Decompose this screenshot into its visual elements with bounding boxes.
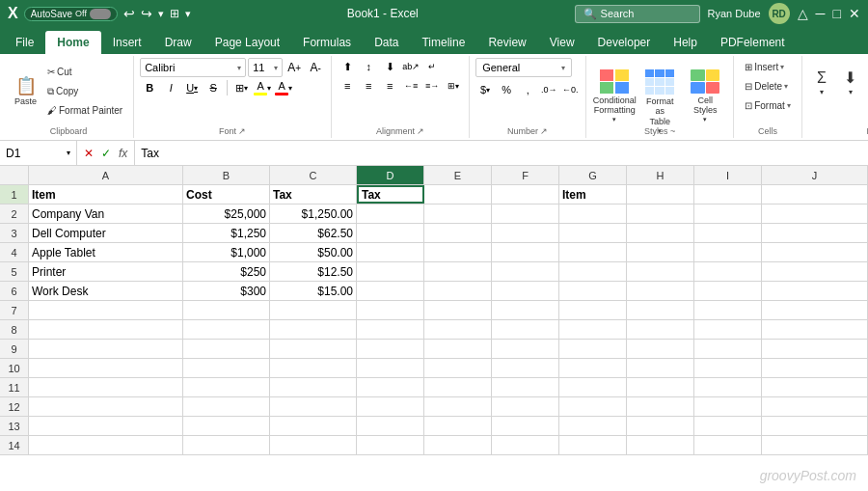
align-right-btn[interactable]: ≡ <box>380 77 399 95</box>
indent-inc-btn[interactable]: ≡→ <box>422 77 442 95</box>
tab-review[interactable]: Review <box>476 31 537 54</box>
col-header-e[interactable]: E <box>424 166 492 184</box>
delete-btn[interactable]: ⊟ Delete ▾ <box>740 77 796 95</box>
copy-button[interactable]: ⧉ Copy <box>42 83 127 100</box>
cell-e4[interactable] <box>424 243 492 261</box>
row-number-6[interactable]: 6 <box>0 282 29 300</box>
col-header-j[interactable]: J <box>762 166 868 184</box>
cell-f1[interactable] <box>492 185 559 204</box>
cell-b6[interactable]: $300 <box>183 282 270 300</box>
cell-b3[interactable]: $1,250 <box>183 224 270 242</box>
cell-f4[interactable] <box>492 243 559 261</box>
cell-b5[interactable]: $250 <box>183 262 270 281</box>
tab-draw[interactable]: Draw <box>153 31 203 54</box>
cell-h2[interactable] <box>627 205 694 223</box>
sum-btn[interactable]: Σ ▾ <box>808 58 835 108</box>
number-expand-btn[interactable]: ↗ <box>540 126 548 136</box>
cell-styles-btn[interactable]: CellStyles ▾ <box>683 67 727 117</box>
col-header-d[interactable]: D <box>357 166 424 184</box>
cell-j1[interactable] <box>762 185 868 204</box>
currency-btn[interactable]: $▾ <box>475 81 495 98</box>
row-number-11[interactable]: 11 <box>0 378 29 396</box>
cell-g2[interactable] <box>559 205 627 223</box>
cell-e1[interactable] <box>424 185 492 204</box>
cell-g4[interactable] <box>559 243 627 261</box>
cell-a4[interactable]: Apple Tablet <box>29 243 183 261</box>
cell-h4[interactable] <box>627 243 694 261</box>
ribbon-toggle-btn[interactable]: △ <box>798 6 808 21</box>
tab-page-layout[interactable]: Page Layout <box>203 31 291 54</box>
cell-c7[interactable] <box>270 301 357 319</box>
tab-home[interactable]: Home <box>45 31 100 54</box>
cell-d4[interactable] <box>357 243 424 261</box>
font-size-selector[interactable]: 11 ▾ <box>248 58 283 77</box>
row-number-4[interactable]: 4 <box>0 243 29 261</box>
cell-i1[interactable] <box>694 185 762 204</box>
cell-b1[interactable]: Cost <box>183 185 270 204</box>
row-number-2[interactable]: 2 <box>0 205 29 223</box>
user-avatar[interactable]: RD <box>769 3 790 24</box>
row-number-1[interactable]: 1 <box>0 185 29 204</box>
row-number-10[interactable]: 10 <box>0 359 29 377</box>
cell-a3[interactable]: Dell Computer <box>29 224 183 242</box>
col-header-c[interactable]: C <box>270 166 357 184</box>
cell-g7[interactable] <box>559 301 627 319</box>
align-middle-btn[interactable]: ↕ <box>359 58 378 75</box>
cell-a1[interactable]: Item <box>29 185 183 204</box>
italic-button[interactable]: I <box>161 79 180 96</box>
autosave-toggle-switch[interactable] <box>90 9 111 19</box>
cell-j3[interactable] <box>762 224 868 242</box>
indent-dec-btn[interactable]: ←≡ <box>401 77 420 95</box>
col-header-g[interactable]: G <box>559 166 627 184</box>
align-center-btn[interactable]: ≡ <box>359 77 378 95</box>
cell-j4[interactable] <box>762 243 868 261</box>
formula-confirm-btn[interactable]: ✓ <box>98 147 114 160</box>
font-expand-btn[interactable]: ↗ <box>238 126 246 136</box>
cell-e6[interactable] <box>424 282 492 300</box>
row-number-3[interactable]: 3 <box>0 224 29 242</box>
cell-d1[interactable]: Tax <box>357 185 424 204</box>
cell-d7[interactable] <box>357 301 424 319</box>
cell-c5[interactable]: $12.50 <box>270 262 357 281</box>
cell-g5[interactable] <box>559 262 627 281</box>
align-top-btn[interactable]: ⬆ <box>338 58 357 75</box>
format-as-table-btn[interactable]: Format asTable ▾ <box>637 67 682 117</box>
undo-btn[interactable]: ↩ <box>123 6 135 21</box>
merge-btn[interactable]: ⊞▾ <box>444 77 463 95</box>
fill-btn[interactable]: ⬇ ▾ <box>837 58 864 108</box>
cell-c1[interactable]: Tax <box>270 185 357 204</box>
cut-button[interactable]: ✂ Cut <box>42 64 127 81</box>
cell-e3[interactable] <box>424 224 492 242</box>
decrease-font-btn[interactable]: A- <box>306 59 325 76</box>
insert-function-btn[interactable]: fx <box>116 147 130 160</box>
increase-font-btn[interactable]: A+ <box>285 59 304 76</box>
strikethrough-button[interactable]: S <box>203 79 223 96</box>
cell-j6[interactable] <box>762 282 868 300</box>
cell-b2[interactable]: $25,000 <box>183 205 270 223</box>
border-button[interactable]: ⊞▾ <box>231 79 251 96</box>
percent-btn[interactable]: % <box>497 81 516 98</box>
formula-input[interactable]: Tax <box>135 147 868 160</box>
cell-h5[interactable] <box>627 262 694 281</box>
row-number-14[interactable]: 14 <box>0 436 29 454</box>
cell-e5[interactable] <box>424 262 492 281</box>
redo-btn[interactable]: ↪ <box>141 6 152 21</box>
cell-e2[interactable] <box>424 205 492 223</box>
cell-d3[interactable] <box>357 224 424 242</box>
font-color-button[interactable]: A ▾ <box>274 79 293 96</box>
row-number-13[interactable]: 13 <box>0 417 29 435</box>
fill-color-button[interactable]: A ▾ <box>253 79 272 96</box>
alignment-expand-btn[interactable]: ↗ <box>417 126 424 136</box>
more-tools-btn[interactable]: ⊞ <box>170 7 179 20</box>
align-bottom-btn[interactable]: ⬇ <box>380 58 399 75</box>
row-number-5[interactable]: 5 <box>0 262 29 281</box>
cell-h6[interactable] <box>627 282 694 300</box>
cell-a6[interactable]: Work Desk <box>29 282 183 300</box>
tab-help[interactable]: Help <box>662 31 709 54</box>
tab-pdfelement[interactable]: PDFelement <box>709 31 797 54</box>
tab-timeline[interactable]: Timeline <box>410 31 476 54</box>
conditional-formatting-btn[interactable]: ConditionalFormatting ▾ <box>592 67 637 117</box>
cell-g1[interactable]: Item <box>559 185 627 204</box>
col-header-h[interactable]: H <box>627 166 694 184</box>
cell-g3[interactable] <box>559 224 627 242</box>
